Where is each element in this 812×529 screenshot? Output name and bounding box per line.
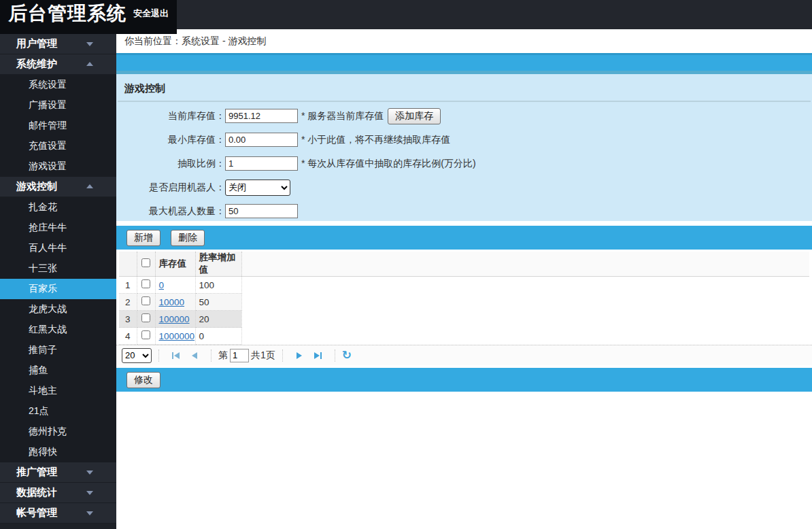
row-select-cell: [137, 328, 155, 345]
table-row[interactable]: 1 0 100: [119, 277, 809, 294]
row-checkbox[interactable]: [141, 296, 150, 305]
draw-ratio-label: 抽取比例：: [124, 158, 225, 170]
sidebar-item-buyu[interactable]: 捕鱼: [0, 360, 116, 381]
row-number: 3: [119, 311, 137, 328]
current-stock-input[interactable]: [225, 109, 298, 123]
sidebar-item-label: 推筒子: [29, 344, 57, 356]
row-checkbox[interactable]: [141, 330, 150, 339]
chevron-down-icon: [86, 42, 93, 46]
sidebar-item-shisanzhang[interactable]: 十三张: [0, 258, 116, 279]
total-pages-label: 共1页: [251, 349, 275, 362]
row-checkbox[interactable]: [141, 313, 150, 322]
app-title: 后台管理系统: [8, 1, 126, 26]
robot-enable-label: 是否启用机器人：: [124, 182, 225, 194]
prev-page-button[interactable]: [189, 351, 200, 360]
stock-cell: 10000: [155, 294, 195, 311]
stock-value-link[interactable]: 1000000: [159, 331, 195, 341]
chevron-up-icon: [86, 62, 93, 66]
brand-area: 后台管理系统 安全退出: [0, 0, 177, 34]
game-control-panel: 游戏控制 当前库存值： * 服务器当前库存值 添加库存 最小库存值： * 小于此…: [116, 71, 812, 221]
top-accent-bar: [116, 53, 812, 71]
main-content: 你当前位置：系统设置 - 游戏控制 游戏控制 当前库存值： * 服务器当前库存值…: [116, 29, 812, 529]
page-number-input[interactable]: [230, 349, 249, 362]
sidebar-item-broadcast-settings[interactable]: 广播设置: [0, 95, 116, 116]
min-stock-label: 最小库存值：: [124, 134, 225, 146]
robot-enable-select[interactable]: 关闭: [225, 180, 290, 196]
next-page-button[interactable]: [294, 351, 305, 360]
sidebar-item-label: 用户管理: [16, 37, 57, 50]
sidebar-item-baijiale-selected[interactable]: 百家乐: [0, 279, 116, 299]
max-robots-input[interactable]: [225, 204, 298, 218]
form-row-current-stock: 当前库存值： * 服务器当前库存值 添加库存: [116, 104, 812, 128]
page-prefix-label: 第: [218, 349, 228, 362]
sidebar-item-system-maintenance[interactable]: 系统维护: [0, 54, 116, 75]
chevron-down-icon: [86, 491, 93, 495]
sidebar-item-label: 百人牛牛: [29, 242, 67, 254]
table-row-highlighted[interactable]: 3 100000 20: [119, 311, 809, 328]
sidebar-item-longhudazhan[interactable]: 龙虎大战: [0, 299, 116, 320]
row-number: 1: [119, 277, 137, 294]
stock-value-link[interactable]: 10000: [159, 297, 185, 307]
form-row-robot-enable: 是否启用机器人： 关闭: [116, 175, 812, 199]
filler-header: [241, 252, 809, 277]
sidebar-submenu-system: 系统设置 广播设置 邮件管理 充值设置 游戏设置: [0, 75, 116, 177]
sidebar-item-recharge-settings[interactable]: 充值设置: [0, 136, 116, 156]
stock-table: 库存值 胜率增加值 1 0 100 2 10000 50: [119, 252, 812, 345]
sidebar-item-data-statistics[interactable]: 数据统计: [0, 483, 116, 503]
logout-link[interactable]: 安全退出: [133, 7, 169, 20]
min-stock-input[interactable]: [225, 133, 298, 147]
first-page-button[interactable]: [170, 351, 181, 360]
table-header-row: 库存值 胜率增加值: [119, 252, 809, 277]
add-row-button[interactable]: 新增: [126, 230, 160, 246]
stock-value-link[interactable]: 100000: [159, 314, 190, 324]
sidebar-item-label: 广播设置: [29, 99, 67, 112]
sidebar-item-promotion-management[interactable]: 推广管理: [0, 462, 116, 483]
stock-value-link[interactable]: 0: [159, 280, 165, 290]
spacer: [116, 221, 812, 226]
sidebar-item-label: 百家乐: [29, 283, 57, 295]
sidebar-item-tuitongzi[interactable]: 推筒子: [0, 340, 116, 360]
sidebar-item-paodekuai[interactable]: 跑得快: [0, 442, 116, 462]
divider: [158, 349, 159, 362]
select-all-checkbox[interactable]: [141, 258, 150, 267]
delete-row-button[interactable]: 删除: [171, 230, 205, 246]
refresh-button[interactable]: ↻: [342, 351, 352, 360]
sidebar-item-label: 数据统计: [16, 486, 57, 499]
sidebar-item-doudizhu[interactable]: 斗地主: [0, 381, 116, 401]
row-number: 4: [119, 328, 137, 345]
sidebar-item-zhajinhua[interactable]: 扎金花: [0, 197, 116, 218]
grid-toolbar: 新增 删除: [116, 226, 812, 250]
stock-cell: 100000: [155, 311, 195, 328]
modify-button[interactable]: 修改: [126, 372, 160, 388]
sidebar-item-label: 红黑大战: [29, 324, 67, 336]
sidebar-item-bairenniuniu[interactable]: 百人牛牛: [0, 238, 116, 258]
sidebar-item-hongheidazhan[interactable]: 红黑大战: [0, 320, 116, 340]
sidebar-item-label: 斗地主: [29, 385, 57, 397]
table-row[interactable]: 4 1000000 0: [119, 328, 809, 345]
form-row-max-robots: 最大机器人数量：: [116, 199, 812, 223]
win-rate-column-header: 胜率增加值: [195, 252, 241, 277]
sidebar-item-qiangzhuangniuniu[interactable]: 抢庄牛牛: [0, 218, 116, 238]
form-row-draw-ratio: 抽取比例： * 每次从库存值中抽取的库存比例(万分比): [116, 152, 812, 175]
sidebar-item-dezhoupuke[interactable]: 德州扑克: [0, 422, 116, 442]
divider: [282, 349, 283, 362]
sidebar-item-label: 21点: [29, 405, 49, 417]
table-row[interactable]: 2 10000 50: [119, 294, 809, 311]
sidebar-item-21dian[interactable]: 21点: [0, 401, 116, 422]
page-size-select[interactable]: 20: [122, 348, 152, 363]
current-stock-hint: * 服务器当前库存值: [301, 110, 384, 122]
add-stock-button[interactable]: 添加库存: [388, 108, 441, 124]
row-checkbox[interactable]: [141, 279, 150, 288]
chevron-down-icon: [86, 511, 93, 515]
sidebar-nav: 用户管理 系统维护 系统设置 广播设置 邮件管理 充值设置 游戏设置 游戏控制 …: [0, 34, 116, 529]
sidebar-item-game-control[interactable]: 游戏控制: [0, 177, 116, 197]
sidebar-item-user-management[interactable]: 用户管理: [0, 34, 116, 54]
sidebar-item-system-settings[interactable]: 系统设置: [0, 75, 116, 95]
title-divider: [118, 101, 811, 102]
row-select-cell: [137, 311, 155, 328]
sidebar-item-account-management[interactable]: 帐号管理: [0, 503, 116, 524]
sidebar-item-game-settings[interactable]: 游戏设置: [0, 156, 116, 177]
draw-ratio-input[interactable]: [225, 156, 298, 171]
last-page-button[interactable]: [313, 351, 324, 360]
sidebar-item-mail-management[interactable]: 邮件管理: [0, 116, 116, 136]
